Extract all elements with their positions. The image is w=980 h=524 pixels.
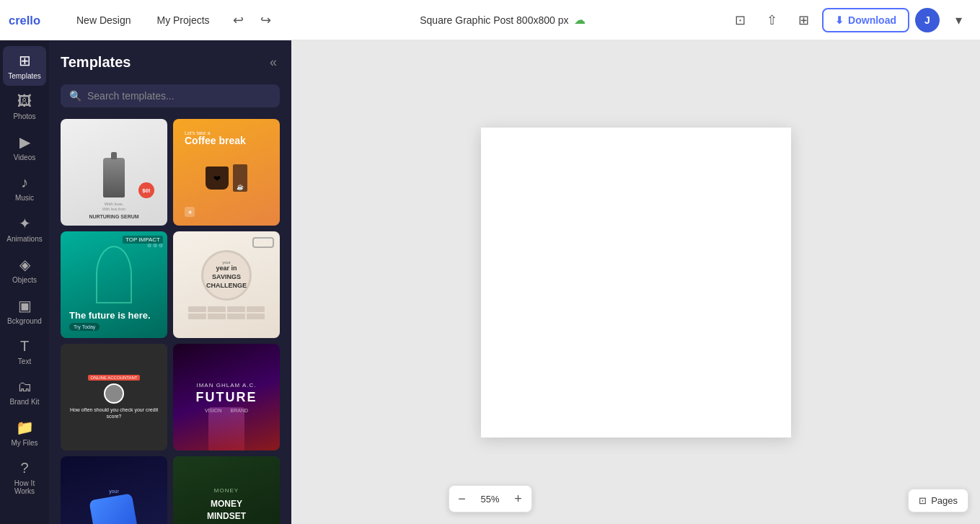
sidebar-label-brand-kit: Brand Kit [9,398,39,406]
search-bar[interactable]: 🔍 [61,84,280,107]
accountant-avatar [104,383,124,404]
undo-button[interactable]: ↩ [226,7,252,33]
canvas-wrapper [481,128,791,438]
how-it-works-icon: ? [20,460,28,476]
sidebar-item-background[interactable]: ▣ Bckground [3,291,46,331]
design-canvas[interactable] [481,128,791,438]
sidebar: ⊞ Templates 🖼 Photos ▶ Videos ♪ Music ✦ … [0,40,49,524]
template-grid: $0! With love, With love from NURTURING … [61,119,280,524]
template-card-digital[interactable]: your DIGITAL [61,456,167,524]
topbar: crello New Design My Projects ↩ ↪ Square… [0,0,980,40]
share-button[interactable]: ⇧ [759,7,785,33]
templates-panel: Templates « 🔍 $0! With love, With love f… [49,40,291,524]
savings-title: year in SAVINGS CHALLENGE [206,265,247,290]
music-icon: ♪ [21,174,28,191]
coffee-subtitle: Let's take a [185,130,268,136]
canvas-area [291,40,980,524]
search-icon: 🔍 [69,90,81,102]
new-design-button[interactable]: New Design [66,10,141,30]
brand-kit-icon: 🗂 [17,378,32,395]
search-input[interactable] [87,90,271,102]
download-icon: ⬇ [835,14,844,26]
sidebar-item-my-files[interactable]: 📁 My Files [3,413,46,453]
svg-text:crello: crello [9,14,40,27]
undo-redo-group: ↩ ↪ [226,7,279,33]
my-projects-button[interactable]: My Projects [146,10,219,30]
zoom-out-button[interactable]: − [449,486,474,512]
pages-icon: ⊡ [919,495,927,506]
teal-card-title: The future is here. [69,310,159,321]
sidebar-item-how-it-works[interactable]: ? How It Works [3,454,46,501]
present-button[interactable]: ⊡ [727,7,753,33]
sidebar-item-photos[interactable]: 🖼 Photos [3,87,46,126]
photos-icon: 🖼 [17,93,32,110]
sidebar-item-music[interactable]: ♪ Music [3,169,46,208]
pages-button[interactable]: ⊡ Pages [908,489,968,512]
download-label: Download [848,14,896,26]
objects-icon: ◈ [19,256,30,273]
user-avatar[interactable]: J [915,8,940,32]
zoom-level-display: 55% [474,494,505,505]
text-icon: T [20,338,29,355]
money-title: MONEY MINDSET [207,498,246,523]
sidebar-label-templates: Templates [8,72,41,80]
videos-icon: ▶ [19,133,30,151]
collapse-panel-button[interactable]: « [267,52,280,73]
sidebar-item-animations[interactable]: ✦ Animations [3,209,46,249]
sidebar-label-background: Bckground [7,317,42,325]
template-card-savings[interactable]: your year in SAVINGS CHALLENGE [173,231,280,338]
template-badge: $0! [138,182,154,198]
panel-header: Templates « [61,52,280,73]
sidebar-label-objects: Objects [12,276,37,284]
template-card-serum[interactable]: $0! With love, With love from NURTURING … [61,119,167,226]
topbar-right-actions: ⊡ ⇧ ⊞ ⬇ Download J ▾ [727,7,971,33]
user-menu-button[interactable]: ▾ [945,7,971,33]
sidebar-label-videos: Videos [14,154,35,161]
sidebar-label-my-files: My Files [11,439,37,447]
sidebar-label-music: Music [15,194,34,202]
sidebar-label-how-it-works: How It Works [6,479,43,495]
template-card-money[interactable]: MONEY MONEY MINDSET Journey [173,456,280,524]
resize-button[interactable]: ⊞ [790,7,816,33]
sidebar-item-templates[interactable]: ⊞ Templates [3,46,46,86]
background-icon: ▣ [18,297,32,314]
sidebar-label-animations: Animations [6,235,42,243]
template-card-coffee[interactable]: Let's take a Coffee break ❤ ☕ ★ [173,119,280,226]
sidebar-item-videos[interactable]: ▶ Videos [3,128,46,167]
logo[interactable]: crello [9,12,52,29]
accountant-question: How often should you check your credit s… [66,407,162,419]
zoom-controls: − 55% + [448,485,531,512]
sidebar-item-brand-kit[interactable]: 🗂 Brand Kit [3,373,46,412]
sidebar-item-objects[interactable]: ◈ Objects [3,250,46,290]
template-card-future[interactable]: IMAN GHLAM A.C. FUTURE VISIONBRAND [173,344,280,450]
panel-title: Templates [61,54,131,71]
template-card-accountant[interactable]: ONLINE ACCOUNTANT How often should you c… [61,344,167,450]
accountant-role: ONLINE ACCOUNTANT [88,375,141,381]
canvas-title-area: Square Graphic Post 800x800 px ☁ [285,13,722,27]
template-card-teal[interactable]: TOP IMPACT ⚙ ⚙ ⚙ The future is here. Try… [61,231,167,338]
zoom-in-button[interactable]: + [506,486,531,512]
redo-button[interactable]: ↪ [253,7,279,33]
future-title: FUTURE [196,390,257,405]
template-label: With love, With love from NURTURING SERU… [89,202,138,220]
sidebar-label-text: Text [18,358,31,365]
animations-icon: ✦ [19,215,31,232]
sidebar-label-photos: Photos [13,112,35,120]
sync-icon: ☁ [574,13,586,27]
coffee-title: Coffee break [185,136,268,146]
templates-icon: ⊞ [19,52,31,69]
svg-text:★: ★ [187,209,193,216]
pages-label: Pages [931,495,958,506]
my-files-icon: 📁 [16,419,34,436]
download-button[interactable]: ⬇ Download [822,8,909,32]
sidebar-item-text[interactable]: T Text [3,332,46,371]
canvas-title: Square Graphic Post 800x800 px [420,14,568,26]
